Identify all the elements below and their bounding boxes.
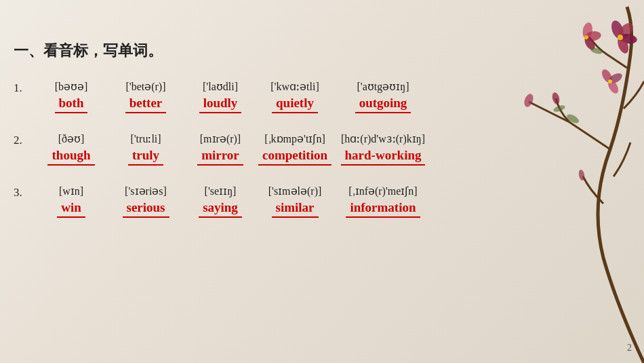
vocab-row-1: 1.[bəʊə]both['betə(r)]better['laʊdli]lou… — [14, 80, 434, 113]
word-3-5: information — [346, 200, 420, 218]
vocab-row-2: 2.[ðəʊ]though['truːli]truly[mɪrə(r)]mirr… — [14, 132, 434, 166]
word-1-1: both — [55, 96, 88, 113]
vocab-cell-3-3: ['seɪɪŋ]saying — [183, 185, 258, 218]
phonetic-1-1: [bəʊə] — [55, 80, 88, 93]
vocab-cell-3-5: [ˌɪnfə(r)'meɪʃn]information — [332, 185, 434, 218]
vocab-cell-2-1: [ðəʊ]though — [34, 132, 108, 166]
vocab-cell-2-2: ['truːli]truly — [108, 132, 183, 166]
vocab-cell-2-5: [hɑː(r)d'wɜː(r)kɪŋ]hard-working — [332, 132, 434, 166]
row-spacer-1 — [14, 119, 434, 132]
row-number-1: 1. — [14, 80, 34, 95]
phonetic-2-5: [hɑː(r)d'wɜː(r)kɪŋ] — [341, 132, 425, 145]
word-2-3: mirror — [197, 148, 243, 166]
phonetic-1-4: ['kwɑːətli] — [270, 80, 319, 93]
phonetics-row-3: [wɪn]win['sɪəriəs]serious['seɪɪŋ]saying[… — [34, 185, 434, 218]
phonetic-3-4: ['sɪmələ(r)] — [268, 185, 322, 197]
row-number-2: 2. — [14, 132, 34, 147]
word-2-4: competition — [258, 148, 331, 166]
word-3-3: saying — [199, 200, 242, 218]
vocab-row-3: 3.[wɪn]win['sɪəriəs]serious['seɪɪŋ]sayin… — [14, 185, 434, 218]
phonetic-1-5: ['aʊtgəʊɪŋ] — [357, 80, 409, 93]
vocab-cell-1-4: ['kwɑːətli]quietly — [258, 80, 332, 113]
vocab-cell-1-5: ['aʊtgəʊɪŋ]outgoing — [332, 80, 434, 113]
word-1-4: quietly — [272, 96, 318, 113]
vocab-cell-1-2: ['betə(r)]better — [108, 80, 183, 113]
word-1-3: loudly — [199, 96, 242, 113]
word-3-2: serious — [123, 200, 169, 218]
vocab-cell-3-2: ['sɪəriəs]serious — [108, 185, 183, 218]
page-title: 一、看音标，写单词。 — [14, 41, 414, 61]
vocab-grid: 1.[bəʊə]both['betə(r)]better['laʊdli]lou… — [14, 80, 414, 223]
phonetic-1-3: ['laʊdli] — [203, 80, 238, 93]
phonetic-2-4: [ˌkɒmpə'tɪʃn] — [264, 132, 325, 145]
vocab-cell-2-3: [mɪrə(r)]mirror — [183, 132, 258, 166]
word-2-1: though — [47, 148, 94, 166]
phonetics-row-2: [ðəʊ]though['truːli]truly[mɪrə(r)]mirror… — [34, 132, 434, 166]
vocab-cell-3-1: [wɪn]win — [34, 185, 108, 218]
phonetic-3-3: ['seɪɪŋ] — [205, 185, 237, 197]
phonetic-2-1: [ðəʊ] — [58, 132, 85, 145]
vocab-cell-2-4: [ˌkɒmpə'tɪʃn]competition — [258, 132, 332, 166]
page-number: 2 — [627, 343, 632, 354]
row-number-3: 3. — [14, 185, 34, 199]
vocab-cell-1-1: [bəʊə]both — [34, 80, 108, 113]
word-1-5: outgoing — [355, 96, 411, 113]
phonetic-3-2: ['sɪəriəs] — [125, 185, 167, 197]
phonetic-2-3: [mɪrə(r)] — [200, 132, 241, 145]
phonetic-2-2: ['truːli] — [130, 132, 161, 145]
word-3-1: win — [57, 200, 85, 218]
vocab-cell-1-3: ['laʊdli]loudly — [183, 80, 258, 113]
word-2-5: hard-working — [341, 148, 426, 166]
phonetics-row-1: [bəʊə]both['betə(r)]better['laʊdli]loudl… — [34, 80, 434, 113]
word-3-4: similar — [272, 200, 319, 218]
word-2-2: truly — [128, 148, 163, 166]
row-spacer-2 — [14, 171, 434, 185]
phonetic-3-1: [wɪn] — [59, 185, 83, 197]
word-1-2: better — [125, 96, 167, 113]
main-content: 一、看音标，写单词。 1.[bəʊə]both['betə(r)]better[… — [14, 41, 414, 223]
phonetic-3-5: [ˌɪnfə(r)'meɪʃn] — [348, 185, 417, 197]
vocab-cell-3-4: ['sɪmələ(r)]similar — [258, 185, 332, 218]
phonetic-1-2: ['betə(r)] — [125, 80, 165, 93]
